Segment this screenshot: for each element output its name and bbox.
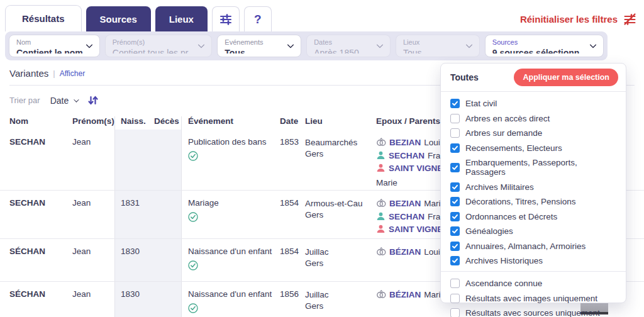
check-icon bbox=[452, 228, 458, 235]
source-checkbox-option[interactable]: Décorations, Titres, Pensions bbox=[450, 197, 616, 206]
father-icon bbox=[376, 212, 386, 221]
cell-date: 1854 bbox=[280, 191, 305, 238]
checkbox[interactable] bbox=[450, 308, 460, 317]
sort-field-dropdown[interactable]: Date bbox=[50, 96, 78, 106]
cell-date: 1853 bbox=[280, 130, 305, 190]
source-checkbox-option[interactable]: Etat civil bbox=[450, 99, 616, 108]
filter-dropdown-nom[interactable]: Nom Contient le nom bbox=[9, 35, 100, 57]
filter-value: Tous bbox=[225, 47, 284, 53]
filter-value: Contient le nom bbox=[16, 47, 83, 53]
variantes-separator: | bbox=[53, 69, 55, 78]
header-deces: Décès bbox=[154, 116, 181, 130]
source-option-label: Décorations, Titres, Pensions bbox=[465, 197, 576, 206]
checkbox[interactable] bbox=[450, 197, 460, 206]
check-icon bbox=[452, 100, 458, 107]
cell-deces bbox=[154, 130, 181, 190]
chevron-down-icon bbox=[86, 42, 92, 48]
lieu-commune: Juillac bbox=[305, 289, 376, 301]
filter-bar: Nom Contient le nom Prénom(s) Contient t… bbox=[5, 31, 608, 60]
source-option-label: Archives Historiques bbox=[465, 256, 543, 265]
source-checkbox-option[interactable]: Généalogies bbox=[450, 226, 616, 236]
source-checkbox-option[interactable]: Archives Historiques bbox=[450, 256, 616, 265]
relative-surname: BÉZIAN bbox=[389, 247, 421, 258]
sort-row: Trier par Date bbox=[9, 95, 98, 106]
checkbox[interactable] bbox=[450, 114, 460, 123]
reset-filters-link[interactable]: Réinitialiser les filtres bbox=[520, 5, 636, 26]
cell-date: 1856 bbox=[280, 282, 305, 317]
checkbox[interactable] bbox=[450, 279, 460, 288]
chevron-down-icon bbox=[198, 42, 205, 48]
tab-help[interactable]: ? bbox=[244, 6, 272, 31]
filter-value: Après 1850 bbox=[314, 47, 374, 53]
checkbox[interactable] bbox=[450, 226, 460, 236]
source-option-label: Annuaires, Almanach, Armoiries bbox=[465, 242, 586, 251]
filter-value: Contient tous les pr... bbox=[113, 47, 196, 53]
lieu-commune: Armous-et-Cau bbox=[305, 198, 376, 209]
geneanet-search-results-page: Résultats Sources Lieux ? Réinitialiser … bbox=[0, 0, 644, 317]
lieu-departement: Gers bbox=[305, 148, 376, 160]
filter-label: Dates bbox=[314, 38, 374, 47]
header-evenement: Événement bbox=[181, 116, 280, 130]
checkbox[interactable] bbox=[450, 143, 460, 153]
source-option-label: Arbres en accès direct bbox=[465, 114, 550, 123]
variantes-row: Variantes | Afficher bbox=[9, 68, 85, 79]
relative-firstname: Marie bbox=[376, 177, 397, 189]
source-verified-icon bbox=[188, 212, 198, 222]
cell-lieu: Armous-et-Cau Gers bbox=[305, 191, 376, 238]
event-label: Publication des bans bbox=[188, 137, 280, 147]
sources-panel-header: Toutes Appliquer ma sélection bbox=[441, 64, 626, 91]
tab-filter-settings[interactable] bbox=[212, 6, 240, 31]
event-label: Mariage bbox=[188, 198, 280, 208]
checkbox[interactable] bbox=[450, 163, 460, 172]
checkbox[interactable] bbox=[450, 256, 460, 265]
header-lieu: Lieu bbox=[305, 116, 376, 130]
filter-dropdown-evenements[interactable]: Evénements Tous bbox=[217, 35, 301, 57]
cell-prenom: Jean bbox=[72, 130, 114, 190]
checkbox[interactable] bbox=[450, 212, 460, 221]
source-checkbox-option[interactable]: Arbres sur demande bbox=[450, 128, 616, 138]
source-checkbox-option[interactable]: Résultats avec sources uniquement bbox=[450, 308, 616, 317]
rings-icon bbox=[376, 290, 386, 299]
source-option-label: Résultats avec sources uniquement bbox=[465, 308, 600, 317]
source-option-label: Ascendance connue bbox=[465, 279, 542, 288]
variantes-afficher-link[interactable]: Afficher bbox=[60, 69, 85, 78]
source-checkbox-option[interactable]: Ascendance connue bbox=[450, 279, 616, 288]
filter-dropdown-prenoms[interactable]: Prénom(s) Contient tous les pr... bbox=[105, 35, 213, 57]
check-icon bbox=[452, 243, 458, 250]
mother-icon bbox=[376, 164, 386, 172]
lieu-commune: Juillac bbox=[305, 247, 376, 258]
source-checkbox-option[interactable]: Arbres en accès direct bbox=[450, 114, 616, 123]
checkbox[interactable] bbox=[450, 128, 460, 138]
tab-lieux[interactable]: Lieux bbox=[155, 6, 208, 31]
lieu-departement: Gers bbox=[305, 258, 376, 269]
source-checkbox-option[interactable]: Résultats avec images uniquement bbox=[450, 294, 616, 303]
filter-label: Lieux bbox=[403, 38, 463, 47]
source-checkbox-option[interactable]: Embarquements, Passeports, Passagers bbox=[450, 158, 616, 177]
filter-label: Evénements bbox=[225, 38, 284, 47]
source-checkbox-option[interactable]: Ordonnances et Décrets bbox=[450, 212, 616, 221]
sources-options-extra: Ascendance connue Résultats avec images … bbox=[441, 272, 626, 317]
check-icon bbox=[452, 213, 458, 220]
checkbox[interactable] bbox=[450, 99, 460, 108]
tab-sources[interactable]: Sources bbox=[86, 6, 151, 31]
source-option-label: Recensements, Electeurs bbox=[465, 143, 562, 153]
cell-prenom: Jean bbox=[72, 239, 114, 281]
filter-off-icon bbox=[623, 13, 636, 26]
cell-nom: SECHAN bbox=[9, 191, 72, 238]
source-checkbox-option[interactable]: Recensements, Electeurs bbox=[450, 143, 616, 153]
source-checkbox-option[interactable]: Archives Militaires bbox=[450, 182, 616, 192]
lieu-departement: Gers bbox=[305, 301, 376, 312]
filter-dropdown-lieux[interactable]: Lieux Tous bbox=[396, 35, 480, 57]
sort-direction-icon[interactable] bbox=[87, 95, 98, 106]
reset-filters-label: Réinitialiser les filtres bbox=[520, 14, 618, 25]
checkbox[interactable] bbox=[450, 294, 460, 303]
source-checkbox-option[interactable]: Annuaires, Almanach, Armoiries bbox=[450, 242, 616, 251]
father-icon bbox=[376, 151, 386, 160]
tab-resultats[interactable]: Résultats bbox=[5, 5, 82, 31]
checkbox[interactable] bbox=[450, 182, 460, 192]
apply-selection-button[interactable]: Appliquer ma sélection bbox=[514, 69, 618, 86]
filter-dropdown-dates[interactable]: Dates Après 1850 bbox=[306, 35, 391, 57]
rings-icon bbox=[376, 199, 386, 208]
checkbox[interactable] bbox=[450, 242, 460, 251]
filter-dropdown-sources[interactable]: Sources 9 sources sélectionn... bbox=[485, 35, 604, 57]
